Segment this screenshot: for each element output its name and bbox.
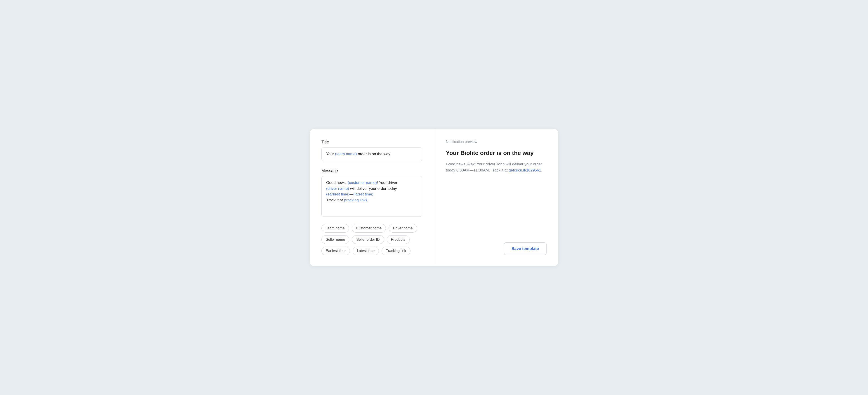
message-label: Message bbox=[321, 169, 422, 173]
tag-button[interactable]: Seller order ID bbox=[352, 235, 384, 244]
tag-button[interactable]: Earliest time bbox=[321, 247, 350, 255]
preview-body-end: . bbox=[541, 168, 542, 172]
msg-line4-period: . bbox=[367, 198, 368, 202]
title-suffix: order is on the way bbox=[357, 152, 390, 156]
tags-container: Team nameCustomer nameDriver nameSeller … bbox=[321, 224, 422, 255]
title-plain-text: Your bbox=[326, 152, 335, 156]
msg-line1-suffix: ! Your driver bbox=[377, 180, 397, 185]
tag-button[interactable]: Seller name bbox=[321, 235, 349, 244]
left-panel: Title Your (team name) order is on the w… bbox=[310, 129, 434, 266]
tag-button[interactable]: Customer name bbox=[352, 224, 386, 232]
msg-latest-time-variable: (latest time) bbox=[353, 192, 373, 196]
title-label: Title bbox=[321, 140, 422, 145]
preview-body: Good news, Alex! Your driver John will d… bbox=[446, 161, 547, 173]
preview-tracking-link[interactable]: getcircu.it/1029561 bbox=[508, 168, 541, 172]
msg-dash: — bbox=[349, 192, 353, 196]
preview-title: Your Biolite order is on the way bbox=[446, 149, 547, 157]
preview-body-dash: — bbox=[469, 168, 473, 172]
preview-body-2: 11:30AM. Track it at bbox=[473, 168, 508, 172]
msg-customer-name-variable: (customer name) bbox=[348, 180, 377, 185]
msg-driver-name-variable: (driver name) bbox=[326, 187, 349, 191]
tag-button[interactable]: Team name bbox=[321, 224, 349, 232]
tag-button[interactable]: Products bbox=[387, 235, 410, 244]
msg-earliest-time-variable: (earliest time) bbox=[326, 192, 349, 196]
msg-line3-period: . bbox=[373, 192, 375, 196]
right-panel: Notification preview Your Biolite order … bbox=[434, 129, 559, 266]
title-variable: (team name) bbox=[335, 152, 357, 156]
msg-line1-plain: Good news, bbox=[326, 180, 348, 185]
main-card: Title Your (team name) order is on the w… bbox=[310, 129, 558, 266]
message-input[interactable]: Good news, (customer name)! Your driver … bbox=[321, 176, 422, 217]
msg-tracking-link-variable: (tracking link) bbox=[344, 198, 367, 202]
msg-line2-suffix: will deliver your order today bbox=[349, 187, 397, 191]
tag-button[interactable]: Driver name bbox=[389, 224, 417, 232]
tag-button[interactable]: Tracking link bbox=[381, 247, 410, 255]
msg-line4-plain: Track it at bbox=[326, 198, 344, 202]
save-template-button[interactable]: Save template bbox=[504, 242, 547, 255]
title-input[interactable]: Your (team name) order is on the way bbox=[321, 147, 422, 161]
tag-button[interactable]: Latest time bbox=[352, 247, 379, 255]
preview-label: Notification preview bbox=[446, 140, 547, 144]
